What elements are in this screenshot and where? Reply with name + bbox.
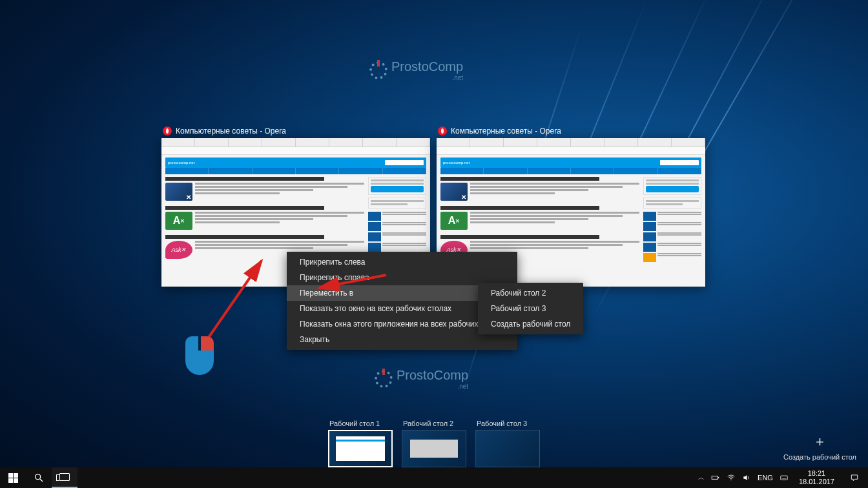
opera-icon xyxy=(163,127,172,136)
svg-rect-5 xyxy=(718,477,719,478)
wifi-icon[interactable] xyxy=(727,473,736,482)
svg-line-3 xyxy=(40,479,43,482)
mouse-right-click-icon xyxy=(185,336,214,375)
clock[interactable]: 18:2118.01.2017 xyxy=(795,469,838,485)
context-submenu[interactable]: Рабочий стол 2 Рабочий стол 3 Создать ра… xyxy=(478,283,583,334)
svg-point-2 xyxy=(36,474,41,480)
new-desktop-button[interactable]: + Создать рабочий стол xyxy=(783,434,856,461)
window-title-1: Компьютерные советы - Opera xyxy=(161,127,430,136)
language-indicator[interactable]: ENG xyxy=(758,474,773,482)
windows-logo-icon xyxy=(8,473,18,483)
action-center-button[interactable] xyxy=(845,473,864,482)
volume-icon[interactable] xyxy=(742,473,751,482)
tray-overflow-button[interactable]: ︿ xyxy=(698,473,705,482)
taskbar-app-opera[interactable] xyxy=(78,467,103,488)
plus-icon: + xyxy=(783,434,856,451)
opera-icon xyxy=(438,127,447,136)
watermark-top: ProstoComp.net xyxy=(369,59,463,81)
svg-rect-4 xyxy=(712,476,718,480)
taskbar: ︿ ENG 18:2118.01.2017 xyxy=(0,467,868,488)
ctx-sub-new-desktop[interactable]: Создать рабочий стол xyxy=(478,316,583,332)
desktop-thumb-2[interactable]: Рабочий стол 2 xyxy=(402,420,466,467)
battery-icon[interactable] xyxy=(711,473,720,482)
task-view-icon xyxy=(59,473,70,481)
opera-icon xyxy=(85,472,96,483)
keyboard-icon[interactable] xyxy=(780,473,789,482)
svg-rect-7 xyxy=(781,476,788,480)
start-button[interactable] xyxy=(0,467,26,488)
ctx-sub-desktop-3[interactable]: Рабочий стол 3 xyxy=(478,301,583,316)
window-title-2: Компьютерные советы - Opera xyxy=(437,127,705,136)
virtual-desktops-row: Рабочий стол 1 Рабочий стол 2 Рабочий ст… xyxy=(0,409,868,467)
system-tray: ︿ ENG 18:2118.01.2017 xyxy=(694,467,868,488)
ctx-sub-desktop-2[interactable]: Рабочий стол 2 xyxy=(478,285,583,301)
notification-icon xyxy=(850,473,859,482)
search-icon xyxy=(34,473,44,483)
svg-point-6 xyxy=(730,480,731,480)
search-button[interactable] xyxy=(26,467,52,488)
desktop-thumb-3[interactable]: Рабочий стол 3 xyxy=(475,420,540,467)
desktop-thumb-1[interactable]: Рабочий стол 1 xyxy=(328,420,393,467)
watermark-bottom: ProstoComp.net xyxy=(375,368,468,390)
task-view-button[interactable] xyxy=(52,467,78,488)
ctx-snap-left[interactable]: Прикрепить слева xyxy=(287,254,517,270)
